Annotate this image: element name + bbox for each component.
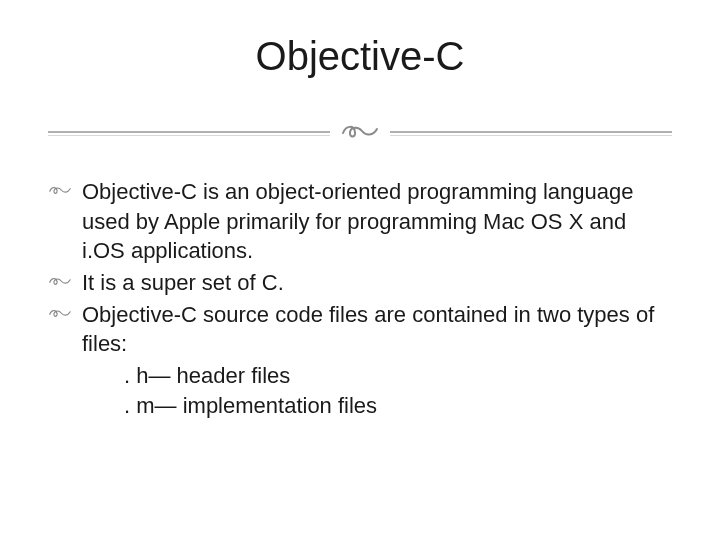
bullet-text: Objective-C source code files are contai… <box>82 300 672 359</box>
bullet-flourish-icon <box>48 300 82 329</box>
bullet-item: Objective-C is an object-oriented progra… <box>48 177 672 266</box>
slide: Objective-C Objective-C is an object-ori… <box>0 0 720 540</box>
divider-line-right <box>390 131 672 133</box>
bullet-text: It is a super set of C. <box>82 268 672 298</box>
sub-item: . m— implementation files <box>48 391 672 421</box>
slide-title: Objective-C <box>48 34 672 79</box>
bullet-item: It is a super set of C. <box>48 268 672 298</box>
bullet-flourish-icon <box>48 268 82 297</box>
title-divider <box>48 115 672 149</box>
sub-item: . h— header files <box>48 361 672 391</box>
flourish-icon <box>330 117 390 151</box>
slide-body: Objective-C is an object-oriented progra… <box>48 177 672 421</box>
divider-line-left <box>48 131 330 133</box>
bullet-text: Objective-C is an object-oriented progra… <box>82 177 672 266</box>
bullet-item: Objective-C source code files are contai… <box>48 300 672 359</box>
bullet-flourish-icon <box>48 177 82 206</box>
